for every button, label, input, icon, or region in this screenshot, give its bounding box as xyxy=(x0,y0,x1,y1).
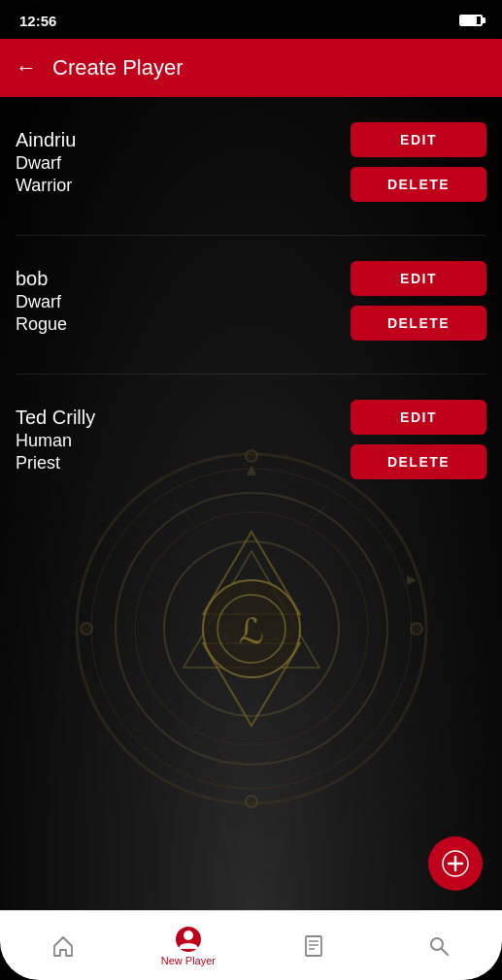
svg-line-31 xyxy=(442,949,448,955)
player-list: Aindriu Dwarf Warrior EDIT DELETE bob Dw… xyxy=(0,97,502,590)
status-bar: 12:56 xyxy=(0,0,502,39)
player-name-3: Ted Crilly xyxy=(16,405,351,430)
delete-button-2[interactable]: DELETE xyxy=(351,306,486,341)
svg-point-14 xyxy=(246,796,257,807)
player-race-1: Dwarf xyxy=(16,152,351,175)
nav-item-home[interactable] xyxy=(0,933,125,959)
battery-icon xyxy=(459,15,483,26)
svg-text:ℒ: ℒ xyxy=(239,612,264,651)
nav-item-page[interactable] xyxy=(251,934,377,958)
status-time: 12:56 xyxy=(19,13,56,29)
edit-button-1[interactable]: EDIT xyxy=(351,122,486,157)
home-icon xyxy=(50,933,76,959)
svg-point-25 xyxy=(184,931,193,940)
table-row: Aindriu Dwarf Warrior EDIT DELETE xyxy=(16,113,486,212)
add-player-fab[interactable] xyxy=(428,836,483,891)
player-class-3: Priest xyxy=(16,452,351,474)
app-header: ← Create Player xyxy=(0,39,502,97)
player-info-1: Aindriu Dwarf Warrior xyxy=(16,127,351,198)
player-info-3: Ted Crilly Human Priest xyxy=(16,405,351,475)
player-name-1: Aindriu xyxy=(16,127,351,152)
page-icon xyxy=(302,934,325,958)
table-row: Ted Crilly Human Priest EDIT DELETE xyxy=(16,390,486,489)
main-content: ℒ △ △ xyxy=(0,97,502,910)
delete-button-1[interactable]: DELETE xyxy=(351,167,486,202)
divider-1 xyxy=(16,235,486,236)
svg-point-12 xyxy=(411,623,422,635)
svg-text:△: △ xyxy=(223,630,231,640)
player-name-2: bob xyxy=(16,266,351,291)
nav-item-new-player[interactable]: New Player xyxy=(125,926,251,966)
bottom-nav: New Player xyxy=(0,910,502,980)
svg-point-13 xyxy=(81,623,92,635)
person-icon xyxy=(175,926,202,953)
player-class-1: Warrior xyxy=(16,175,351,197)
page-title: Create Player xyxy=(52,55,184,81)
svg-text:△: △ xyxy=(272,630,280,640)
table-row: bob Dwarf Rogue EDIT DELETE xyxy=(16,251,486,350)
player-race-3: Human xyxy=(16,430,351,452)
back-button[interactable]: ← xyxy=(16,55,37,81)
nav-item-search[interactable] xyxy=(377,934,502,958)
phone-frame: 12:56 ← Create Player xyxy=(0,0,502,980)
divider-2 xyxy=(16,374,486,375)
player-actions-3: EDIT DELETE xyxy=(351,400,486,479)
player-info-2: bob Dwarf Rogue xyxy=(16,266,351,337)
player-actions-2: EDIT DELETE xyxy=(351,261,486,341)
player-actions-1: EDIT DELETE xyxy=(351,122,486,202)
nav-label-new-player: New Player xyxy=(161,955,216,966)
player-race-2: Dwarf xyxy=(16,291,351,313)
player-class-2: Rogue xyxy=(16,313,351,336)
edit-button-3[interactable]: EDIT xyxy=(351,400,486,435)
edit-button-2[interactable]: EDIT xyxy=(351,261,486,296)
svg-point-30 xyxy=(431,938,443,950)
delete-button-3[interactable]: DELETE xyxy=(351,444,486,479)
svg-rect-26 xyxy=(306,936,321,956)
search-icon xyxy=(427,934,451,958)
